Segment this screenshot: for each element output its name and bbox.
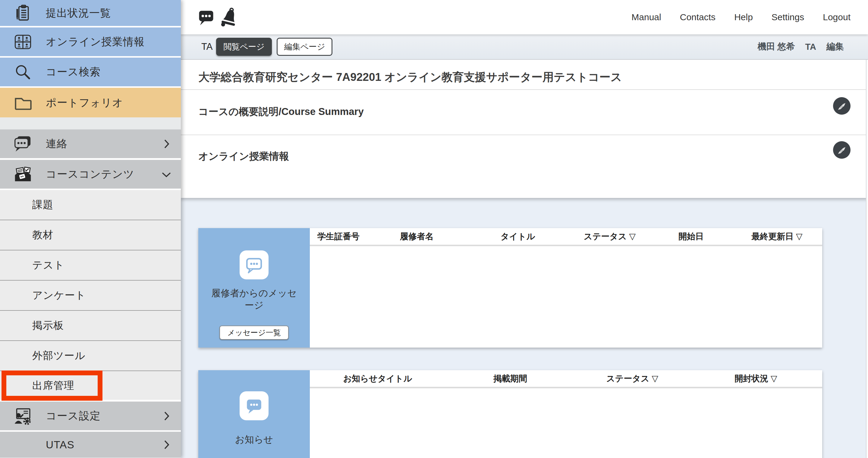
section-online-class-info: オンライン授業情報: [181, 135, 868, 197]
page-mode-bar: TA 閲覧ページ 編集ページ 機田 悠希 TA 編集: [181, 34, 868, 60]
messages-icon[interactable]: [196, 6, 216, 28]
table-header-row: 学生証番号 履修者名 タイトル ステータス ▽ 開始日 最終更新日 ▽: [310, 228, 822, 246]
notifications-bell-icon[interactable]: [220, 6, 239, 28]
student-messages-tile: 履修者からのメッセージ メッセージ一覧: [198, 228, 310, 348]
student-messages-widget: 履修者からのメッセージ メッセージ一覧 学生証番号 履修者名 タイトル ステータ…: [198, 228, 822, 348]
chevron-right-icon: [160, 409, 173, 423]
sidebar-item-utas[interactable]: UTAS: [0, 432, 181, 458]
user-edit-link[interactable]: 編集: [827, 41, 844, 53]
folder-icon: [12, 92, 34, 113]
tile-label: 履修者からのメッセージ: [210, 287, 298, 311]
user-role-badge: TA: [805, 42, 816, 52]
sidebar-item-label: 課題: [32, 198, 53, 212]
sidebar-item-materials[interactable]: 教材: [0, 220, 181, 251]
column-header: 学生証番号: [310, 231, 367, 242]
table-header-row: お知らせタイトル 掲載期間 ステータス ▽ 開封状況 ▽: [310, 370, 822, 388]
page-title: 大学総合教育研究センター 7A92201 オンライン教育支援サポーター用テストコ…: [198, 70, 868, 85]
announcements-tile: お知らせ: [198, 370, 310, 458]
view-page-button[interactable]: 閲覧ページ: [216, 38, 272, 56]
nav-link-help[interactable]: Help: [734, 12, 753, 22]
sidebar-item-course-search[interactable]: コース検索: [0, 58, 181, 86]
sidebar-item-submission-status[interactable]: 提出状況一覧: [0, 0, 181, 26]
nav-link-contacts[interactable]: Contacts: [680, 12, 715, 22]
widgets-area: 履修者からのメッセージ メッセージ一覧 学生証番号 履修者名 タイトル ステータ…: [181, 198, 868, 458]
edit-pencil-button[interactable]: [833, 97, 850, 115]
announcements-widget: お知らせ お知らせタイトル 掲載期間 ステータス ▽ 開封状況 ▽: [198, 370, 822, 458]
student-messages-table: 学生証番号 履修者名 タイトル ステータス ▽ 開始日 最終更新日 ▽: [310, 228, 822, 348]
chevron-right-icon: [160, 438, 173, 451]
sidebar: 提出状況一覧 オンライン授業情報: [0, 0, 181, 458]
column-header: 開始日: [650, 231, 732, 242]
sidebar-item-board[interactable]: 掲示板: [0, 311, 181, 341]
sidebar-item-surveys[interactable]: アンケート: [0, 281, 181, 311]
sidebar-item-label: 出席管理: [32, 379, 74, 393]
lms-page: 提出状況一覧 オンライン授業情報: [0, 0, 868, 458]
sidebar-item-contact[interactable]: 連絡: [0, 130, 181, 158]
sidebar-item-tests[interactable]: テスト: [0, 251, 181, 281]
content-box-icon: [12, 164, 34, 185]
table-body-empty: [310, 246, 822, 348]
main-area: Manual Contacts Help Settings Logout TA …: [181, 0, 868, 458]
section-title: コースの概要説明/Course Summary: [181, 90, 868, 119]
table-body-empty: [310, 388, 822, 458]
nav-link-manual[interactable]: Manual: [631, 12, 661, 22]
sidebar-item-course-contents[interactable]: コースコンテンツ: [0, 160, 181, 189]
column-header: 履修者名: [367, 231, 467, 242]
sidebar-item-online-class-info[interactable]: オンライン授業情報: [0, 27, 181, 56]
sidebar-item-assignments[interactable]: 課題: [0, 190, 181, 220]
sidebar-item-label: UTAS: [46, 439, 74, 451]
sidebar-item-label: テスト: [32, 258, 64, 272]
column-header-sortable[interactable]: 最終更新日 ▽: [732, 231, 822, 242]
section-title: オンライン授業情報: [181, 135, 868, 163]
chat-bubbles-icon: [12, 133, 34, 155]
nav-link-settings[interactable]: Settings: [772, 12, 804, 22]
sidebar-item-portfolio[interactable]: ポートフォリオ: [0, 88, 181, 117]
top-nav: Manual Contacts Help Settings Logout: [631, 12, 850, 22]
column-header: お知らせタイトル: [310, 373, 445, 384]
sidebar-item-label: オンライン授業情報: [46, 35, 145, 49]
search-icon: [12, 61, 34, 83]
column-header-sortable[interactable]: ステータス ▽: [575, 373, 689, 384]
column-header: タイトル: [467, 231, 569, 242]
sidebar-item-label: コース設定: [46, 409, 101, 423]
sidebar-item-external-tools[interactable]: 外部ツール: [0, 341, 181, 371]
edit-page-button[interactable]: 編集ページ: [277, 38, 333, 56]
course-settings-icon: [12, 405, 34, 427]
sidebar-item-attendance[interactable]: 出席管理: [0, 371, 181, 400]
sidebar-item-label: 教材: [32, 228, 53, 242]
column-header: 掲載期間: [445, 373, 575, 384]
vertical-scrollbar[interactable]: [866, 60, 868, 458]
sidebar-item-label: アンケート: [32, 288, 86, 302]
video-meeting-icon: [12, 31, 34, 53]
column-header-sortable[interactable]: ステータス ▽: [569, 231, 650, 242]
message-bubble-icon: [240, 251, 269, 279]
clipboard-icon: [12, 2, 34, 24]
course-title-row: 大学総合教育研究センター 7A92201 オンライン教育支援サポーター用テストコ…: [181, 60, 868, 90]
sidebar-item-label: 連絡: [46, 137, 67, 151]
user-area: 機田 悠希 TA 編集: [757, 41, 844, 53]
column-header-sortable[interactable]: 開封状況 ▽: [689, 373, 822, 384]
course-header-panel: 大学総合教育研究センター 7A92201 オンライン教育支援サポーター用テストコ…: [181, 60, 868, 198]
sidebar-item-label: 掲示板: [32, 319, 64, 333]
tile-label: お知らせ: [235, 434, 273, 446]
top-toolbar: Manual Contacts Help Settings Logout: [181, 0, 868, 34]
sidebar-item-label: 提出状況一覧: [46, 6, 111, 20]
chevron-down-icon: [160, 168, 173, 181]
user-name: 機田 悠希: [757, 41, 795, 53]
sidebar-item-label: ポートフォリオ: [46, 96, 123, 110]
sidebar-item-label: コース検索: [46, 65, 101, 79]
sidebar-item-label: 外部ツール: [32, 349, 86, 363]
sidebar-item-label: コースコンテンツ: [46, 167, 134, 181]
sidebar-item-course-settings[interactable]: コース設定: [0, 402, 181, 430]
nav-link-logout[interactable]: Logout: [823, 12, 850, 22]
chevron-right-icon: [160, 137, 173, 150]
section-course-summary: コースの概要説明/Course Summary: [181, 90, 868, 135]
message-list-button[interactable]: メッセージ一覧: [219, 325, 288, 340]
edit-pencil-button[interactable]: [833, 141, 850, 159]
announcements-table: お知らせタイトル 掲載期間 ステータス ▽ 開封状況 ▽: [310, 370, 822, 458]
role-label: TA: [201, 41, 213, 52]
announcement-bubble-icon: [240, 391, 269, 420]
sidebar-spacer: [0, 117, 181, 130]
